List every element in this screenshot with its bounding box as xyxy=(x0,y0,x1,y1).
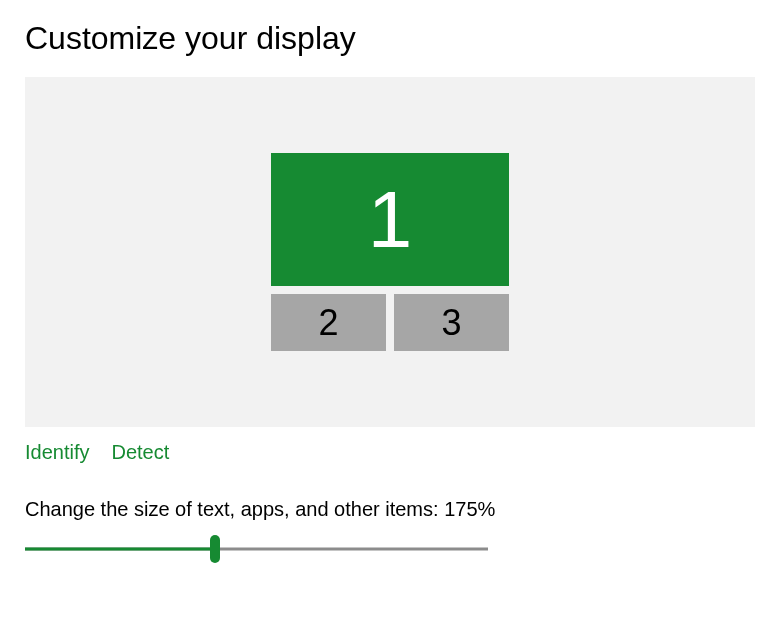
slider-track-fill xyxy=(25,548,215,551)
scale-slider[interactable] xyxy=(25,535,488,563)
identify-link[interactable]: Identify xyxy=(25,441,89,464)
monitor-row-bottom: 2 3 xyxy=(271,294,509,351)
slider-thumb[interactable] xyxy=(210,535,220,563)
scale-label: Change the size of text, apps, and other… xyxy=(25,498,748,521)
scale-label-text: Change the size of text, apps, and other… xyxy=(25,498,444,520)
monitor-1[interactable]: 1 xyxy=(271,153,509,286)
monitor-3[interactable]: 3 xyxy=(394,294,509,351)
page-title: Customize your display xyxy=(25,20,748,57)
monitor-row-top: 1 xyxy=(271,153,509,286)
monitor-2[interactable]: 2 xyxy=(271,294,386,351)
display-action-links: Identify Detect xyxy=(25,441,748,464)
display-arrangement-panel: 1 2 3 xyxy=(25,77,755,427)
scale-value: 175% xyxy=(444,498,495,520)
detect-link[interactable]: Detect xyxy=(111,441,169,464)
